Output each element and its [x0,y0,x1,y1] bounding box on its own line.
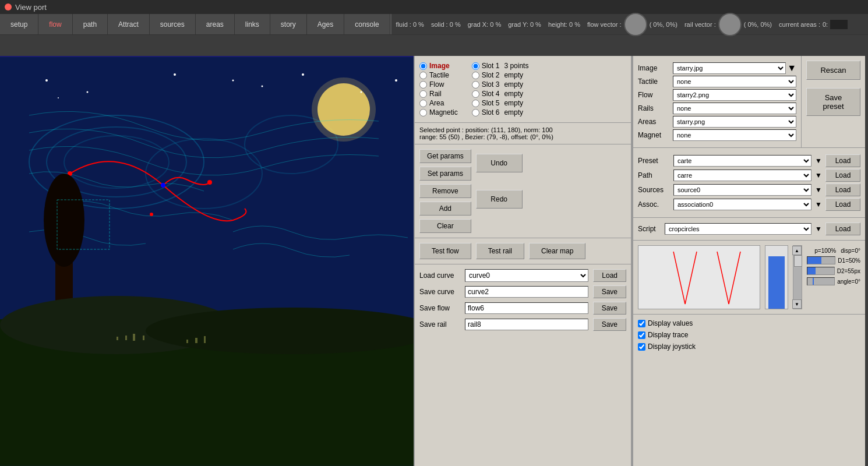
clear-map-button[interactable]: Clear map [529,243,585,259]
assoc-label: Assoc. [638,200,670,209]
redo-button[interactable]: Redo [476,190,523,209]
tab-sources[interactable]: sources [150,14,196,34]
svg-point-10 [207,180,212,185]
display-options: Display values Display trace Display joy… [633,315,865,355]
save-curve-button[interactable]: Save [593,285,626,298]
rescan-button[interactable]: Rescan [806,61,860,80]
path-select[interactable]: carre [673,170,811,181]
d2-fill [807,267,816,274]
assoc-dropdown-icon[interactable]: ▼ [815,200,822,209]
assoc-select[interactable]: association0 [673,199,811,210]
canvas-area[interactable] [0,56,414,466]
save-flow-button[interactable]: Save [593,302,626,315]
preset-label: Preset [638,157,670,165]
svg-point-7 [312,77,376,142]
areas-select[interactable]: starry.png [673,116,796,128]
display-values-label: Display values [648,319,693,327]
radio-slot4[interactable] [472,90,479,98]
far-right-panel: Image starry.jpg ▼ Tactile none Flow sta… [632,56,865,466]
script-select[interactable]: cropcircles [665,223,811,235]
selected-line2: range: 55 (50) , Bezier: (79, -8), offse… [419,133,626,140]
radio-slot3[interactable] [472,81,479,89]
tab-attract[interactable]: Attract [108,14,150,34]
radio-area-label: Area [429,99,444,107]
selected-line1: Selected point : position: (111, 180), n… [419,126,626,133]
radio-rail-label: Rail [429,90,442,98]
path-load-button[interactable]: Load [825,169,860,182]
scrollbar[interactable]: ▲ ▼ [793,245,802,309]
undo-button[interactable]: Undo [476,154,523,172]
sources-load-button[interactable]: Load [825,183,860,196]
viewport-canvas[interactable] [0,56,414,466]
load-curve-button[interactable]: Load [593,269,626,282]
script-load-button[interactable]: Load [825,223,860,235]
radio-tactile[interactable] [419,72,427,79]
save-curve-input[interactable] [465,286,588,298]
save-rail-button[interactable]: Save [593,318,626,331]
svg-point-28 [302,73,304,76]
preset-select[interactable]: carte [673,155,811,167]
save-rail-input[interactable] [465,319,588,330]
slot3-value: empty [504,80,523,89]
preset-load-button[interactable]: Load [825,154,860,167]
test-flow-button[interactable]: Test flow [419,243,471,259]
tab-areas[interactable]: areas [196,14,235,34]
bar-chart [765,245,788,309]
rails-label: Rails [638,104,673,112]
svg-point-13 [44,174,84,267]
get-params-button[interactable]: Get params [419,149,471,163]
display-trace-checkbox[interactable] [638,331,645,339]
radio-image[interactable] [419,62,427,70]
path-label: Path [638,171,670,179]
radio-area[interactable] [419,100,427,107]
clear-button[interactable]: Clear [419,219,471,233]
radio-rail[interactable] [419,90,427,98]
test-rail-button[interactable]: Test rail [476,243,524,259]
svg-point-32 [232,80,234,82]
add-button[interactable]: Add [419,202,471,216]
load-curve-select[interactable]: curve0 [465,269,588,282]
radio-magnetic[interactable] [419,109,427,116]
radio-slot5[interactable] [472,100,479,107]
selected-point-info: Selected point : position: (111, 180), n… [415,123,631,144]
slot1-label: Slot 1 [482,62,500,70]
radio-flow[interactable] [419,81,427,89]
slot2-value: empty [504,71,523,79]
preset-dropdown-icon[interactable]: ▼ [815,157,822,165]
remove-button[interactable]: Remove [419,184,471,198]
slot6-label: Slot 6 [482,108,500,116]
rails-select[interactable]: none [673,103,796,114]
assoc-load-button[interactable]: Load [825,198,860,211]
sources-select[interactable]: source0 [673,184,811,196]
save-preset-button[interactable]: Savepreset [806,88,860,116]
image-select[interactable]: starry.jpg [673,62,786,74]
height-info: height: 0 % [548,21,580,28]
radio-slot6[interactable] [472,109,479,116]
sources-dropdown-icon[interactable]: ▼ [815,186,822,194]
tab-path[interactable]: path [73,14,108,34]
close-button[interactable] [5,3,12,10]
radio-slot1[interactable] [472,62,479,70]
svg-point-11 [150,213,153,216]
tab-flow[interactable]: flow [38,14,72,34]
save-rail-label: Save rail [419,320,460,329]
tab-ages[interactable]: Ages [307,14,344,34]
slot-radio-group: Slot 1 3 points Slot 2 empty Slot 3 empt… [472,61,529,118]
radio-slot2[interactable] [472,72,479,79]
path-dropdown-icon[interactable]: ▼ [815,171,822,179]
display-joystick-checkbox[interactable] [638,343,645,351]
d2-track [807,267,835,275]
display-values-checkbox[interactable] [638,320,645,327]
tactile-select[interactable]: none [673,76,796,87]
tab-console[interactable]: console [344,14,390,34]
radio-image-label: Image [429,62,450,70]
save-flow-input[interactable] [465,302,588,314]
flow-select[interactable]: starry2.png [673,89,796,101]
tab-links[interactable]: links [235,14,270,34]
magnet-select[interactable]: none [673,129,796,141]
tab-story[interactable]: story [270,14,307,34]
script-dropdown-icon[interactable]: ▼ [815,225,822,233]
set-params-button[interactable]: Set params [419,167,471,181]
tab-setup[interactable]: setup [0,14,38,34]
image-dropdown-icon[interactable]: ▼ [787,63,796,73]
